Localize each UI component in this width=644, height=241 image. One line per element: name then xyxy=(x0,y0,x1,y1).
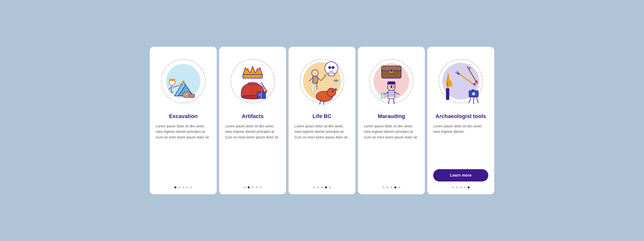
dot-3 xyxy=(460,186,462,188)
dot-1 xyxy=(382,186,384,188)
svg-point-25 xyxy=(312,70,318,76)
artifacts-text: Lorem ipsum dolor sit dim amet, mea regi… xyxy=(225,124,280,182)
svg-rect-66 xyxy=(472,90,474,91)
svg-point-9 xyxy=(246,68,249,71)
svg-line-53 xyxy=(388,98,390,104)
artifacts-svg xyxy=(228,55,277,107)
dot-3 xyxy=(182,186,184,188)
lifebc-text: Lorem ipsum dolor sit dim amet, mea regi… xyxy=(294,124,350,182)
dot-3 xyxy=(390,186,392,188)
card-artifacts: Artifacts Lorem ipsum dolor sit dim amet… xyxy=(219,47,286,194)
dot-5 xyxy=(398,186,400,188)
illustration-tools xyxy=(436,54,485,108)
dot-1 xyxy=(313,186,315,188)
excavation-text: Lorem ipsum dolor sit dim amet, mea regi… xyxy=(156,124,211,182)
dot-3 xyxy=(252,186,254,188)
illustration-lifebc xyxy=(298,54,346,108)
svg-line-54 xyxy=(393,98,394,104)
svg-rect-47 xyxy=(388,91,395,98)
dot-5 xyxy=(190,186,192,188)
svg-rect-5 xyxy=(170,79,174,81)
illustration-excavation xyxy=(159,54,208,108)
dot-2 xyxy=(456,186,458,188)
illustration-artifacts xyxy=(228,54,277,108)
svg-rect-22 xyxy=(328,73,334,76)
svg-point-23 xyxy=(328,66,331,69)
svg-point-45 xyxy=(389,86,391,88)
svg-point-10 xyxy=(252,67,254,69)
svg-line-56 xyxy=(380,97,382,99)
tools-text: Lorem ipsum dolor sit dim amet, mea regi… xyxy=(433,124,488,165)
dot-5 xyxy=(260,186,262,188)
svg-line-31 xyxy=(321,76,326,81)
svg-line-60 xyxy=(460,74,472,83)
card-excavation: Excavation Lorem ipsum dolor sit dim ame… xyxy=(150,47,217,194)
dot-1 xyxy=(244,186,246,188)
lifebc-dots xyxy=(313,186,331,188)
dot-2 xyxy=(178,186,180,188)
dot-4 xyxy=(394,186,396,188)
marauding-text: Lorem ipsum dolor sit dim amet, mea regi… xyxy=(364,124,419,182)
svg-marker-32 xyxy=(324,74,327,76)
svg-point-65 xyxy=(472,93,475,95)
svg-line-36 xyxy=(324,100,324,105)
tools-svg xyxy=(436,54,485,108)
marauding-svg xyxy=(367,55,416,108)
svg-point-11 xyxy=(256,68,259,71)
svg-rect-42 xyxy=(390,70,392,72)
svg-line-52 xyxy=(395,92,399,95)
svg-rect-26 xyxy=(313,76,318,83)
card-lifebc: Life BC Lorem ipsum dolor sit dim amet, … xyxy=(288,47,356,194)
svg-line-28 xyxy=(318,78,321,81)
dot-3 xyxy=(321,186,323,188)
svg-point-46 xyxy=(392,86,394,88)
marauding-dots xyxy=(382,186,400,188)
dot-1 xyxy=(174,186,176,188)
lifebc-svg xyxy=(298,54,346,108)
learn-more-button[interactable]: Learn more xyxy=(433,169,488,182)
illustration-marauding xyxy=(367,54,416,108)
svg-line-27 xyxy=(309,78,313,81)
svg-point-24 xyxy=(332,66,334,69)
dot-4 xyxy=(464,186,466,188)
svg-rect-8 xyxy=(243,74,262,78)
dot-5 xyxy=(468,186,470,188)
svg-rect-59 xyxy=(446,88,449,100)
svg-point-37 xyxy=(332,90,333,92)
dot-4 xyxy=(256,186,258,188)
svg-rect-58 xyxy=(388,82,395,84)
card-marauding: Marauding Lorem ipsum dolor sit dim amet… xyxy=(358,47,425,194)
excavation-svg xyxy=(160,56,207,106)
svg-line-61 xyxy=(469,69,476,81)
marauding-title: Marauding xyxy=(378,113,405,120)
artifacts-dots xyxy=(244,186,262,188)
cards-container: Excavation Lorem ipsum dolor sit dim ame… xyxy=(150,47,494,194)
card-tools: Archaeologist tools Lorem ipsum dolor si… xyxy=(427,47,494,194)
dot-1 xyxy=(452,186,454,188)
dot-2 xyxy=(317,186,319,188)
dot-4 xyxy=(186,186,188,188)
dot-2 xyxy=(386,186,388,188)
excavation-dots xyxy=(174,186,192,188)
artifacts-title: Artifacts xyxy=(242,113,264,120)
dot-2 xyxy=(248,186,250,188)
svg-line-30 xyxy=(316,83,317,90)
svg-point-7 xyxy=(189,94,195,98)
lifebc-title: Life BC xyxy=(313,113,332,120)
svg-point-13 xyxy=(248,82,258,85)
dot-5 xyxy=(329,186,331,188)
tools-dots xyxy=(452,186,470,188)
svg-line-69 xyxy=(476,97,478,104)
excavation-title: Excavation xyxy=(169,113,198,120)
tools-title: Archaeologist tools xyxy=(436,113,486,120)
dot-4 xyxy=(325,186,327,188)
svg-line-67 xyxy=(469,97,471,104)
